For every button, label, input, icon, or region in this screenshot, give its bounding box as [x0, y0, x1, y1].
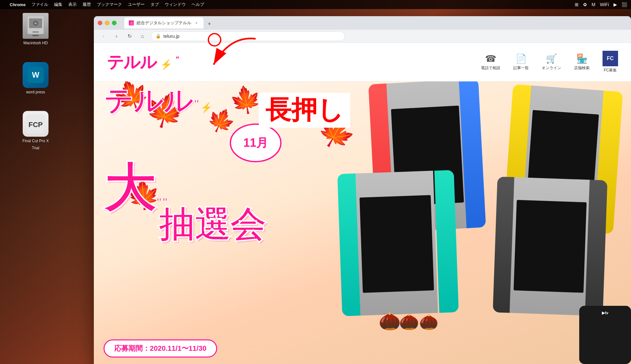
final-cut-pro-label-line1: Final Cut Pro X [22, 139, 49, 144]
nav-fc-label: FC募集 [604, 68, 617, 73]
header-nav: ☎ 電話で相談 📄 記事一覧 🛒 オンライン 🏪 店舗検索 FC FC [481, 51, 618, 73]
menu-help[interactable]: ヘルプ [192, 2, 204, 7]
site-logo-text: テルル [107, 53, 156, 71]
menubar-right-icons: ⊞ ✿ M WiFi ▶ ⬛ [575, 2, 627, 7]
lock-icon: 🔒 [156, 34, 161, 38]
url-text: teluru.jp [163, 34, 180, 39]
url-bar[interactable]: 🔒 teluru.jp [151, 31, 345, 41]
active-tab[interactable]: T 総合デジタルショップテルル × [124, 17, 204, 28]
fc-badge: FC [603, 51, 618, 66]
switch-devices-area: 🌰 🌰 🌰 ▶tv [340, 81, 631, 364]
airplay-icon: ▶ [614, 2, 617, 7]
wp-icon-image: W [23, 62, 49, 88]
tab-close-button[interactable]: × [194, 20, 199, 26]
switch-teal [337, 170, 459, 316]
lottery-text-area: 抽選会 [159, 201, 265, 249]
month-bubble: 11月 [230, 123, 282, 162]
new-tab-button[interactable]: + [205, 19, 214, 28]
nav-online-label: オンライン [542, 65, 561, 71]
svg-text:W: W [32, 70, 39, 79]
desktop-icons-container: Macintosh HD W word press FCP Final Cut … [19, 13, 52, 151]
chrome-titlebar: T 総合デジタルショップテルル × + [94, 16, 631, 30]
svg-text:FCP: FCP [28, 121, 43, 129]
menu-tab[interactable]: タブ [150, 2, 159, 7]
period-text: 応募期間：2020.11/1〜11/30 [114, 344, 206, 352]
cart-icon: 🛒 [546, 53, 557, 64]
word-press-label: word press [26, 90, 45, 95]
nav-item-phone[interactable]: ☎ 電話で相談 [481, 53, 500, 71]
banner-big-char: 大 " " [104, 162, 167, 214]
logo-lightning-1: ⚡ [160, 59, 172, 70]
tab-title: 総合デジタルショップテルル [137, 20, 191, 26]
appletv-label: ▶tv [602, 311, 608, 315]
close-button[interactable] [98, 21, 102, 25]
nav-item-stores[interactable]: 🏪 店舗検索 [574, 53, 590, 71]
website-content: テルル ⚡ " 長押し ☎ 電話で相談 📄 記事一覧 🛒 [94, 43, 631, 364]
macintosh-hd-label: Macintosh HD [23, 41, 48, 46]
fcp-icon-image: FCP [23, 111, 49, 137]
lottery-text: 抽選会 [159, 205, 265, 244]
menu-chrome[interactable]: Chrome [10, 2, 26, 7]
back-button[interactable]: ‹ [99, 32, 108, 41]
traffic-lights [98, 21, 116, 25]
menu-user[interactable]: ユーザー [128, 2, 145, 7]
home-button[interactable]: ⌂ [138, 32, 147, 41]
svg-point-4 [35, 22, 37, 24]
menubar: Chrome ファイル 編集 表示 履歴 ブックマーク ユーザー タブ ウィンド… [0, 0, 631, 9]
site-logo-area: テルル ⚡ " [107, 54, 179, 70]
annotation-text: 長押し [259, 94, 350, 126]
nav-stores-label: 店舗検索 [574, 65, 590, 71]
desktop-icon-final-cut-pro[interactable]: FCP Final Cut Pro X Trial [19, 111, 52, 151]
annotation-box: 長押し [259, 93, 350, 128]
hd-icon-image [23, 13, 49, 39]
store-icon: 🏪 [576, 53, 588, 64]
nav-item-fc[interactable]: FC FC募集 [603, 51, 618, 73]
desktop-icon-macintosh-hd[interactable]: Macintosh HD [19, 13, 52, 46]
month-text: 11月 [243, 135, 268, 151]
browser-window: T 総合デジタルショップテルル × + ‹ › [94, 16, 631, 364]
svg-rect-2 [32, 31, 39, 33]
banner-title-text: テルル [104, 85, 193, 117]
tab-bar: T 総合デジタルショップテルル × + [124, 17, 627, 28]
nav-phone-label: 電話で相談 [481, 65, 500, 71]
menu-window[interactable]: ウィンドウ [165, 2, 186, 7]
banner-quote-1: " [194, 97, 199, 112]
logo-quote: " [176, 55, 179, 63]
articles-icon: 📄 [515, 53, 527, 64]
forward-button[interactable]: › [112, 32, 121, 41]
big-character: 大 [104, 159, 155, 217]
acorns-group: 🌰 🌰 🌰 [379, 311, 438, 332]
site-header: テルル ⚡ " 長押し ☎ 電話で相談 📄 記事一覧 🛒 [94, 43, 631, 81]
nav-item-online[interactable]: 🛒 オンライン [542, 53, 561, 71]
menu-file[interactable]: ファイル [31, 2, 48, 7]
phone-icon: ☎ [485, 53, 496, 64]
menu-bookmarks[interactable]: ブックマーク [97, 2, 122, 7]
refresh-button[interactable]: ↻ [125, 32, 134, 41]
menu-edit[interactable]: 編集 [54, 2, 62, 7]
address-bar: ‹ › ↻ ⌂ 🔒 teluru.jp [94, 30, 631, 43]
banner-lightning: ⚡ [200, 102, 212, 113]
nav-item-articles[interactable]: 📄 記事一覧 [513, 53, 529, 71]
acorn-1: 🌰 [379, 311, 401, 331]
period-badge: 応募期間：2020.11/1〜11/30 [104, 339, 217, 358]
final-cut-pro-label-line2: Trial [32, 146, 39, 151]
acorn-3: 🌰 [419, 313, 438, 330]
time-icon: ⬛ [622, 2, 627, 7]
menu-history[interactable]: 履歴 [83, 2, 91, 7]
banner-title-area: テルル " ⚡ [104, 86, 212, 115]
minimize-button[interactable] [105, 21, 109, 25]
tab-favicon: T [129, 20, 134, 26]
grid-icon: ⊞ [575, 2, 579, 7]
shield-icon: M [592, 2, 595, 7]
desktop-icon-word-press[interactable]: W word press [19, 62, 52, 95]
wifi-icon: WiFi [600, 2, 609, 7]
menu-view[interactable]: 表示 [68, 2, 77, 7]
appletv-box: ▶tv [579, 306, 631, 364]
maximize-button[interactable] [112, 21, 116, 25]
main-banner: 🍁 🍁 🍁 🍁 🍁 🍁 テルル " ⚡ 11月 大 " " [94, 81, 631, 364]
switch-grey [493, 177, 607, 316]
nav-articles-label: 記事一覧 [513, 65, 529, 71]
flower-icon: ✿ [583, 2, 587, 7]
acorn-2: 🌰 [399, 313, 419, 331]
